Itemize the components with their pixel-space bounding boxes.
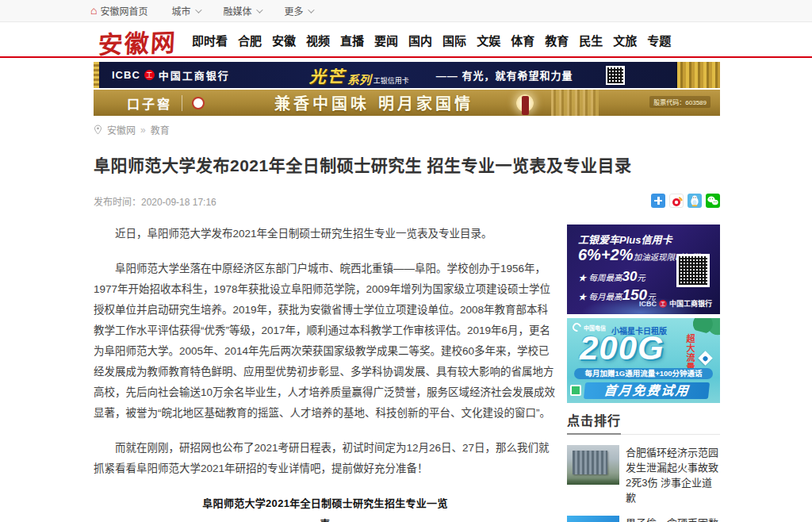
nav-item[interactable]: 民生 — [579, 32, 603, 48]
breadcrumb-site-link[interactable]: 安徽网 — [107, 123, 136, 136]
nav-item[interactable]: 即时看 — [192, 32, 228, 48]
home-icon — [90, 6, 97, 17]
ad-car-monthly: ★ 每月最高150元 — [578, 286, 656, 304]
news-thumbnail-case: 案件 — [567, 516, 619, 522]
publish-time: 发布时间：2020-09-18 17:16 — [94, 194, 216, 208]
ad-car-brand: ICBC 工 中国工商银行 — [639, 298, 712, 309]
wechat-icon[interactable] — [706, 194, 720, 208]
icbc-bank-name: 中国工商银行 — [159, 67, 230, 83]
series-sub-text: 系列 — [347, 71, 371, 87]
series-product-text: 工银信用卡 — [373, 75, 409, 86]
nav-item[interactable]: 专题 — [647, 32, 671, 48]
series-main-text: 光芒 — [309, 63, 346, 87]
weibo-icon[interactable] — [669, 194, 684, 208]
sidebar-ad-telecom[interactable]: 中国电信 小福星卡日租版 200G 超大流量 每月加赠1G通用流量+100分钟通… — [567, 318, 720, 403]
page: 安徽网首页 城市融媒体更多 安徽网 即时看合肥安徽视频直播要闻国内国际文娱体育教… — [0, 0, 812, 522]
chevron-down-icon — [256, 6, 262, 13]
article-paragraph: 阜阳师范大学坐落在中原经济区东部门户城市、皖西北重镇——阜阳。学校创办于1956… — [94, 259, 557, 424]
banner-gold-edge — [94, 62, 99, 88]
news-title[interactable]: 合肥循环经济示范园发生泄漏起火事故致2死3伤 涉事企业道歉 — [626, 445, 720, 505]
breadcrumb-section-link[interactable]: 教育 — [151, 123, 170, 136]
breadcrumb: 安徽网 » 教育 — [94, 123, 170, 136]
gift-icon — [570, 385, 581, 396]
admission-table-image: 阜阳师范大学2021年全日制硕士研究生招生专业一览表 学位类型招生学院一级学科名… — [201, 493, 449, 522]
ad-car-weekly: ★ 每周最高30元 — [578, 269, 645, 285]
site-logo[interactable]: 安徽网 — [98, 22, 178, 61]
icbc-logo-icon: 工 — [659, 300, 667, 308]
ad-tel-cta[interactable]: 首月免费试用 — [584, 382, 710, 399]
banner-skyline-art — [551, 90, 599, 116]
bottle-art — [522, 96, 529, 115]
nav-item[interactable]: 文娱 — [477, 32, 500, 48]
icbc-slogan: —— 有光，就有希望和力量 — [436, 67, 573, 83]
ad-car-title: 工银爱车Plus信用卡 — [578, 232, 672, 247]
qr-code-icon — [676, 254, 710, 287]
nav-item[interactable]: 国际 — [442, 32, 466, 48]
nav-item[interactable]: 安徽 — [272, 32, 296, 48]
topbar: 安徽网首页 城市融媒体更多 — [0, 0, 812, 22]
article-meta-row: 发布时间：2020-09-18 17:16 — [94, 194, 720, 208]
topbar-home-label: 安徽网首页 — [100, 4, 147, 17]
article-paragraph: 而就在刚刚，研招网也公布了2021考研日程表，初试时间定为12月26日、27日，… — [94, 438, 557, 479]
news-title[interactable]: 男子偷一盒硬币因数不好有多少钱在银行吵闹惊动民警 — [626, 516, 720, 522]
breadcrumb-separator: » — [140, 125, 146, 136]
article-body: 近日，阜阳师范大学发布2021年全日制硕士研究生招生专业一览表及专业目录。 阜阳… — [94, 224, 557, 522]
sidebar-ad-icbc-car[interactable]: 工银爱车Plus信用卡 6%+2%加油返现限时加赠 ★ 每周最高30元 ★ 每月… — [567, 225, 720, 314]
page-title: 阜阳师范大学发布2021年全日制硕士研究生 招生专业一览表及专业目录 — [94, 152, 712, 176]
share-bar — [651, 194, 720, 208]
divider — [182, 95, 182, 111]
kouzijiao-logo: 口子窖 — [127, 94, 172, 113]
topbar-home-link[interactable]: 安徽网首页 — [90, 4, 147, 17]
topbar-menus: 城市融媒体更多 — [171, 4, 312, 17]
banner-skyline-art — [676, 62, 720, 88]
banner-ad-icbc[interactable]: ICBC 工 中国工商银行 光芒 系列 工银信用卡 —— 有光，就有希望和力量 — [94, 62, 720, 88]
nav-item[interactable]: 视频 — [306, 32, 330, 48]
location-pin-icon — [94, 125, 102, 135]
nav-item[interactable]: 教育 — [545, 32, 569, 48]
news-thumbnail — [567, 445, 619, 485]
rank-title: 点击排行 — [567, 410, 621, 435]
topbar-menu-item[interactable]: 融媒体 — [224, 4, 261, 17]
rank-news-item[interactable]: 合肥循环经济示范园发生泄漏起火事故致2死3伤 涉事企业道歉 — [567, 445, 720, 505]
nav-item[interactable]: 要闻 — [374, 32, 398, 48]
brand-seal-icon — [192, 97, 205, 109]
rank-section-header: 点击排行 — [567, 410, 720, 435]
main-nav: 即时看合肥安徽视频直播要闻国内国际文娱体育教育民生文旅专题 — [192, 23, 671, 56]
icbc-logo-icon: 工 — [144, 70, 155, 80]
topbar-menu-item[interactable]: 城市 — [171, 4, 199, 17]
icbc-logo-text: ICBC — [112, 69, 140, 81]
sidebar: 工银爱车Plus信用卡 6%+2%加油返现限时加赠 ★ 每周最高30元 ★ 每月… — [567, 225, 720, 522]
qq-icon[interactable] — [688, 194, 702, 208]
stock-code-label: 股票代码：603589 — [649, 96, 710, 108]
article-paragraph: 近日，阜阳师范大学发布2021年全日制硕士研究生招生专业一览表及专业目录。 — [94, 224, 557, 244]
banner-ad-kouzijiao[interactable]: 口子窖 兼香中国味 明月家国情 股票代码：603589 — [94, 90, 720, 116]
topbar-menu-item[interactable]: 更多 — [285, 4, 312, 17]
share-more-icon[interactable] — [651, 194, 665, 208]
rank-news-item[interactable]: 案件 男子偷一盒硬币因数不好有多少钱在银行吵闹惊动民警 — [567, 516, 720, 522]
kouzijiao-headline: 兼香中国味 明月家国情 — [274, 91, 473, 114]
nav-item[interactable]: 体育 — [511, 32, 534, 48]
site-header: 安徽网 即时看合肥安徽视频直播要闻国内国际文娱体育教育民生文旅专题 — [0, 23, 812, 56]
nav-item[interactable]: 直播 — [340, 32, 364, 48]
qr-code-icon — [606, 66, 625, 85]
nav-accent-line — [0, 56, 812, 58]
chevron-down-icon — [308, 6, 314, 13]
ad-tel-benefit: 每月加赠1G通用流量+100分钟通话 — [574, 368, 713, 379]
icbc-brand: ICBC 工 中国工商银行 — [112, 67, 230, 83]
admission-table-title: 阜阳师范大学2021年全日制硕士研究生招生专业一览表 — [201, 493, 449, 522]
nav-item[interactable]: 文旅 — [613, 32, 637, 48]
ad-tel-data-amount: 200G — [580, 329, 665, 367]
chevron-down-icon — [195, 6, 201, 13]
payment-badge-icon — [698, 351, 712, 365]
nav-item[interactable]: 国内 — [408, 32, 432, 48]
nav-item[interactable]: 合肥 — [238, 32, 262, 48]
icbc-series: 光芒 系列 工银信用卡 — [309, 63, 409, 87]
